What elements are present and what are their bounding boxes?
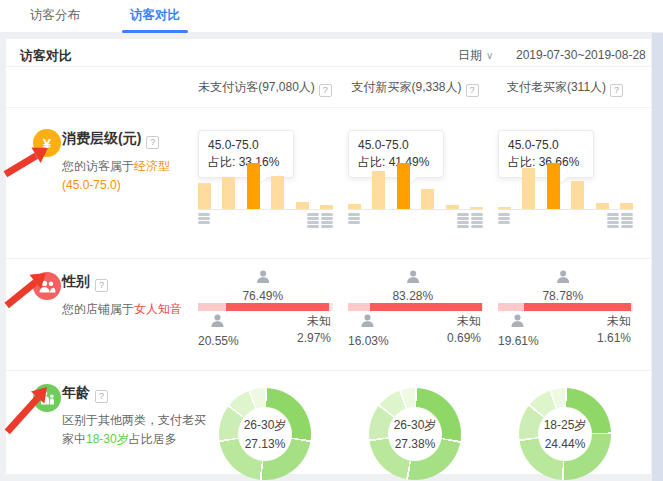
consumption-bar-chart[interactable]	[498, 163, 633, 210]
male-stat: 20.55%	[198, 313, 239, 348]
coins-low-icon	[198, 213, 210, 224]
desc-highlight: 18-30岁	[86, 432, 129, 446]
consumption-description: 您的访客属于经济型(45.0-75.0)	[62, 157, 188, 195]
gender-stacked-bar[interactable]	[348, 303, 483, 311]
gender-row: 性别? 您的店铺属于女人知音 76.49% 20.55%	[6, 258, 651, 370]
help-icon[interactable]: ?	[146, 136, 159, 149]
column-header-label: 支付新买家(9,338人)	[351, 80, 461, 94]
panel-title: 访客对比	[20, 47, 72, 65]
yen-icon: ¥	[33, 129, 61, 157]
desc-text: 您的店铺属于	[62, 302, 134, 316]
male-icon	[210, 313, 225, 330]
consumption-bar-chart[interactable]	[348, 163, 483, 210]
female-percentage: 78.78%	[542, 289, 583, 303]
female-percentage: 83.28%	[392, 289, 433, 303]
date-filter-label: 日期	[458, 48, 482, 62]
age-chart-unpaid: 26-30岁 27.13%	[190, 370, 340, 474]
spend-scale	[348, 213, 483, 228]
female-segment	[226, 303, 329, 311]
male-stat: 16.03%	[348, 313, 389, 348]
column-header-label: 未支付访客(97,080人)	[198, 80, 315, 94]
male-stat: 19.61%	[498, 313, 539, 348]
column-header-label: 支付老买家(311人)	[507, 80, 606, 94]
column-header-new-buyers: 支付新买家(9,338人)?	[340, 79, 490, 97]
unknown-segment	[482, 303, 483, 311]
help-icon[interactable]: ?	[610, 84, 623, 97]
gender-stacked-bar[interactable]	[198, 303, 333, 311]
female-stat: 83.28%	[392, 269, 433, 303]
help-icon[interactable]: ?	[319, 84, 332, 97]
unknown-stat: 未知 0.69%	[447, 313, 481, 347]
column-header-repeat-buyers: 支付老买家(311人)?	[490, 79, 640, 97]
age-percentage: 24.44%	[545, 437, 586, 451]
gender-chart-unpaid: 76.49% 20.55% 未知 2.97%	[190, 258, 340, 370]
spend-scale	[198, 213, 333, 228]
consumption-chart-new-buyers: 45.0-75.0 占比: 41.49%	[340, 108, 490, 258]
male-percentage: 16.03%	[348, 334, 389, 348]
female-icon	[555, 269, 570, 286]
female-icon	[405, 269, 420, 286]
male-segment	[498, 303, 524, 311]
unknown-label: 未知	[447, 313, 481, 330]
coins-low-icon	[348, 213, 360, 224]
age-donut-chart[interactable]: 26-30岁 27.13%	[219, 388, 311, 480]
coins-high-icon	[307, 213, 333, 228]
age-family-icon	[33, 384, 61, 412]
age-bucket: 18-25岁	[544, 417, 587, 434]
unknown-stat: 未知 1.61%	[597, 313, 631, 347]
date-range-value[interactable]: 2019-07-30~2019-08-28	[516, 48, 646, 62]
age-donut-chart[interactable]: 26-30岁 27.38%	[369, 388, 461, 480]
gender-stacked-bar[interactable]	[498, 303, 633, 311]
gender-chart-new-buyers: 83.28% 16.03% 未知 0.69%	[340, 258, 490, 370]
female-stat: 78.78%	[542, 269, 583, 303]
female-icon	[255, 269, 270, 286]
consumption-bar-chart[interactable]	[198, 163, 333, 210]
age-row: 年龄? 区别于其他两类，支付老买家中18-30岁占比居多 26-30岁 27.1…	[6, 370, 651, 474]
unknown-stat: 未知 2.97%	[297, 313, 331, 347]
gender-chart-repeat-buyers: 78.78% 19.61% 未知 1.61%	[490, 258, 640, 370]
unknown-segment	[631, 303, 633, 311]
consumption-level-row: ¥ 消费层级(元)? 您的访客属于经济型(45.0-75.0) 45.0-75.…	[6, 108, 651, 258]
age-chart-repeat-buyers: 18-25岁 24.44%	[490, 370, 640, 474]
date-filter-dropdown[interactable]: 日期∨	[458, 47, 493, 64]
panel-header: 访客对比 日期∨ 2019-07-30~2019-08-28	[6, 39, 651, 67]
male-percentage: 19.61%	[498, 334, 539, 348]
donut-center-label: 26-30岁 27.13%	[219, 388, 311, 480]
gender-people-icon	[33, 272, 61, 300]
age-bucket: 26-30岁	[394, 417, 437, 434]
tooltip-range: 45.0-75.0	[208, 137, 284, 154]
help-icon[interactable]: ?	[466, 84, 479, 97]
tab-visitor-distribution[interactable]: 访客分布	[28, 0, 82, 33]
coins-high-icon	[457, 213, 483, 228]
page-right-gutter	[652, 33, 663, 481]
unknown-percentage: 0.69%	[447, 330, 481, 347]
unknown-label: 未知	[597, 313, 631, 330]
unknown-label: 未知	[297, 313, 331, 330]
desc-text: 占比居多	[129, 432, 177, 446]
male-icon	[360, 313, 375, 330]
row-title-gender: 性别	[62, 273, 90, 289]
female-percentage: 76.49%	[242, 289, 283, 303]
unknown-percentage: 2.97%	[297, 330, 331, 347]
spend-scale	[498, 213, 633, 228]
coins-low-icon	[498, 213, 510, 224]
row-title-consumption: 消费层级(元)	[62, 130, 141, 146]
male-segment	[198, 303, 226, 311]
donut-center-label: 26-30岁 27.38%	[369, 388, 461, 480]
female-segment	[370, 303, 482, 311]
tooltip-range: 45.0-75.0	[358, 137, 434, 154]
unknown-percentage: 1.61%	[597, 330, 631, 347]
chevron-down-icon: ∨	[486, 50, 493, 61]
male-icon	[510, 313, 525, 330]
unknown-segment	[329, 303, 333, 311]
age-chart-new-buyers: 26-30岁 27.38%	[340, 370, 490, 474]
tooltip-range: 45.0-75.0	[508, 137, 584, 154]
help-icon[interactable]: ?	[95, 390, 108, 403]
help-icon[interactable]: ?	[95, 279, 108, 292]
tab-visitor-compare[interactable]: 访客对比	[128, 0, 182, 33]
tab-bar: 访客分布 访客对比	[0, 0, 663, 33]
column-header-unpaid-visitors: 未支付访客(97,080人)?	[190, 79, 340, 97]
age-bucket: 26-30岁	[244, 417, 287, 434]
desc-text: 您的访客属于	[62, 159, 134, 173]
age-donut-chart[interactable]: 18-25岁 24.44%	[519, 388, 611, 480]
